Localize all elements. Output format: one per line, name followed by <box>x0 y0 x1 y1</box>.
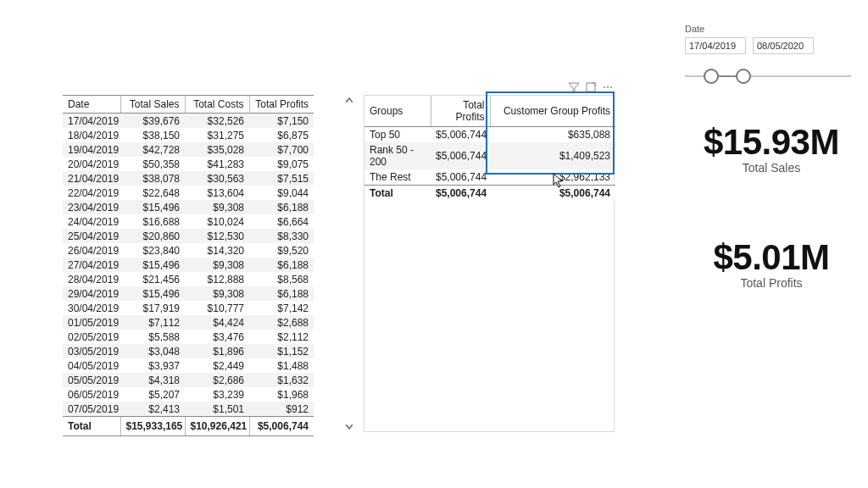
cell-date: 22/04/2019 <box>63 186 120 200</box>
slider-handle-start[interactable] <box>704 69 719 84</box>
table-row[interactable]: 02/05/2019$5,588$3,476$2,112 <box>63 330 314 344</box>
table-row[interactable]: 19/04/2019$42,728$35,028$7,700 <box>63 142 314 157</box>
groups-table[interactable]: Groups Total Profits Customer Group Prof… <box>364 96 615 201</box>
col-total-costs[interactable]: Total Costs <box>185 96 249 114</box>
daily-total-profits: $5,006,744 <box>249 417 314 436</box>
table-row[interactable]: 22/04/2019$22,648$13,604$9,044 <box>63 186 314 200</box>
cell-sales: $3,937 <box>120 358 185 373</box>
kpi-total-sales-value: $15.93M <box>687 122 856 163</box>
table-row[interactable]: 05/05/2019$4,318$2,686$1,632 <box>63 373 314 387</box>
cell-sales: $15,496 <box>120 200 185 214</box>
scroll-down-icon[interactable] <box>344 422 354 432</box>
cell-date: 05/05/2019 <box>63 373 120 387</box>
cell-profits: $9,520 <box>249 243 314 258</box>
table-row[interactable]: 27/04/2019$15,496$9,308$6,188 <box>63 258 314 272</box>
focus-mode-icon[interactable] <box>585 81 597 93</box>
daily-total-row[interactable]: Total $15,933,165 $10,926,421 $5,006,744 <box>63 417 314 436</box>
table-row[interactable]: 21/04/2019$38,078$30,563$7,515 <box>63 171 314 186</box>
cell-date: 17/04/2019 <box>63 114 120 129</box>
table-row[interactable]: 24/04/2019$16,688$10,024$6,664 <box>63 214 314 229</box>
table-row[interactable]: 18/04/2019$38,150$31,275$6,875 <box>63 128 314 142</box>
table-row[interactable]: 30/04/2019$17,919$10,777$7,142 <box>63 301 314 315</box>
table-row[interactable]: 07/05/2019$2,413$1,501$912 <box>63 402 314 417</box>
cell-group-name: Top 50 <box>364 127 431 143</box>
cell-profits: $2,688 <box>249 315 314 330</box>
cell-date: 21/04/2019 <box>63 171 120 186</box>
cell-profits: $7,515 <box>249 171 314 186</box>
cell-sales: $7,112 <box>120 315 185 330</box>
cell-profits: $6,188 <box>249 286 314 301</box>
kpi-total-sales[interactable]: $15.93M Total Sales <box>687 122 856 175</box>
date-start-input[interactable] <box>685 37 746 54</box>
col-total-sales[interactable]: Total Sales <box>120 96 185 114</box>
cell-sales: $5,207 <box>120 387 185 402</box>
table-row[interactable]: 28/04/2019$21,456$12,888$8,568 <box>63 272 314 286</box>
table-row[interactable]: 20/04/2019$50,358$41,283$9,075 <box>63 157 314 171</box>
date-slider[interactable] <box>685 68 851 85</box>
cell-profits: $8,568 <box>249 272 314 286</box>
cell-costs: $13,604 <box>185 186 249 200</box>
date-end-input[interactable] <box>753 37 814 54</box>
scroll-up-icon[interactable] <box>344 95 354 105</box>
table-row[interactable]: 23/04/2019$15,496$9,308$6,188 <box>63 200 314 214</box>
table-row[interactable]: Rank 50 - 200$5,006,744$1,409,523 <box>364 142 615 169</box>
date-slicer[interactable]: Date <box>685 24 851 85</box>
filter-icon[interactable] <box>568 81 580 93</box>
table-row[interactable]: 29/04/2019$15,496$9,308$6,188 <box>63 286 314 301</box>
date-slicer-label: Date <box>685 24 851 34</box>
cell-profits: $6,875 <box>249 128 314 142</box>
daily-total-costs: $10,926,421 <box>185 417 249 436</box>
groups-table-panel[interactable]: Groups Total Profits Customer Group Prof… <box>364 95 615 432</box>
cell-group-name: Rank 50 - 200 <box>364 142 431 169</box>
table-row[interactable]: 03/05/2019$3,048$1,896$1,152 <box>63 344 314 358</box>
daily-scrollbar[interactable] <box>344 95 354 432</box>
cell-profits: $6,188 <box>249 200 314 214</box>
cell-date: 06/05/2019 <box>63 387 120 402</box>
more-options-icon[interactable] <box>602 81 614 93</box>
cell-costs: $10,024 <box>185 214 249 229</box>
cell-sales: $3,048 <box>120 344 185 358</box>
cell-costs: $1,501 <box>185 402 249 417</box>
report-canvas: Date Total Sales Total Costs Total Profi… <box>0 0 868 488</box>
table-row[interactable]: The Rest$5,006,744$2,962,133 <box>364 169 615 186</box>
table-row[interactable]: 26/04/2019$23,840$14,320$9,520 <box>63 243 314 258</box>
cell-group-profits: $5,006,744 <box>431 142 490 169</box>
cell-costs: $9,308 <box>185 200 249 214</box>
table-row[interactable]: 04/05/2019$3,937$2,449$1,488 <box>63 358 314 373</box>
table-row[interactable]: 06/05/2019$5,207$3,239$1,968 <box>63 387 314 402</box>
kpi-total-profits[interactable]: $5.01M Total Profits <box>687 237 856 290</box>
cell-group-profits: $5,006,744 <box>431 169 490 186</box>
svg-point-3 <box>607 86 609 88</box>
cell-profits: $7,142 <box>249 301 314 315</box>
cell-costs: $2,449 <box>185 358 249 373</box>
cell-group-profits: $5,006,744 <box>431 127 490 143</box>
cell-costs: $12,530 <box>185 229 249 243</box>
svg-marker-0 <box>569 83 579 92</box>
table-row[interactable]: 01/05/2019$7,112$4,424$2,688 <box>63 315 314 330</box>
col-date[interactable]: Date <box>63 96 120 114</box>
cell-customer-group-profits: $1,409,523 <box>490 142 615 169</box>
groups-total-profits: $5,006,744 <box>431 186 490 202</box>
cell-costs: $30,563 <box>185 171 249 186</box>
slider-handle-end[interactable] <box>736 69 751 84</box>
cell-date: 27/04/2019 <box>63 258 120 272</box>
groups-total-row[interactable]: Total $5,006,744 $5,006,744 <box>364 186 615 202</box>
cell-date: 25/04/2019 <box>63 229 120 243</box>
cell-profits: $6,664 <box>249 214 314 229</box>
table-row[interactable]: 17/04/2019$39,676$32,526$7,150 <box>63 114 314 129</box>
cell-date: 26/04/2019 <box>63 243 120 258</box>
cell-sales: $42,728 <box>120 142 185 157</box>
col-customer-group-profits[interactable]: Customer Group Profits <box>490 96 615 127</box>
cell-costs: $3,476 <box>185 330 249 344</box>
svg-point-4 <box>610 86 612 88</box>
col-groups[interactable]: Groups <box>364 96 431 127</box>
table-row[interactable]: 25/04/2019$20,860$12,530$8,330 <box>63 229 314 243</box>
daily-table[interactable]: Date Total Sales Total Costs Total Profi… <box>63 95 314 436</box>
cell-profits: $1,488 <box>249 358 314 373</box>
svg-point-2 <box>604 86 605 88</box>
cell-costs: $41,283 <box>185 157 249 171</box>
col-group-profits[interactable]: Total Profits <box>431 96 490 127</box>
col-total-profits[interactable]: Total Profits <box>249 96 314 114</box>
table-row[interactable]: Top 50$5,006,744$635,088 <box>364 127 615 143</box>
daily-table-panel[interactable]: Date Total Sales Total Costs Total Profi… <box>63 95 314 436</box>
